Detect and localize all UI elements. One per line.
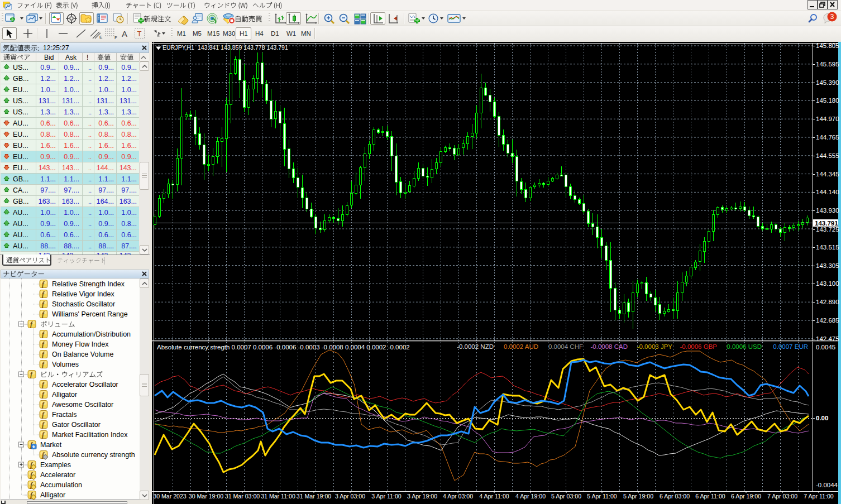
svg-text:0.8...: 0.8...	[98, 131, 114, 138]
svg-text:..: ..	[88, 165, 92, 171]
svg-text:31 Mar 19:00: 31 Mar 19:00	[297, 493, 332, 500]
svg-text:1.2...: 1.2...	[64, 75, 79, 83]
svg-text:87....: 87....	[121, 242, 137, 250]
svg-text:0.6...: 0.6...	[64, 231, 79, 239]
svg-text:Volumes: Volumes	[52, 361, 79, 368]
svg-text:5 Apr 11:00: 5 Apr 11:00	[587, 493, 617, 500]
svg-text:1.0...: 1.0...	[40, 209, 56, 217]
svg-text:0.6...: 0.6...	[40, 119, 56, 127]
svg-text:131...: 131...	[97, 97, 114, 105]
svg-text:0.9...: 0.9...	[40, 220, 56, 228]
svg-text:0.00: 0.00	[816, 415, 828, 421]
svg-text:0.0045: 0.0045	[816, 344, 835, 351]
svg-text:Market: Market	[40, 441, 62, 449]
svg-text:..: ..	[88, 198, 92, 205]
svg-text:AU...: AU...	[13, 220, 28, 228]
svg-text:0.0006 USD: 0.0006 USD	[727, 343, 762, 350]
svg-text:1.1...: 1.1...	[98, 175, 114, 183]
svg-text:144.345: 144.345	[816, 171, 839, 177]
svg-text:6 Apr 19:00: 6 Apr 19:00	[731, 493, 761, 500]
svg-text:..: ..	[88, 209, 92, 216]
svg-text:AU...: AU...	[13, 209, 28, 217]
svg-text:..: ..	[88, 153, 92, 160]
svg-text:1.3...: 1.3...	[98, 108, 114, 116]
svg-text:Gator Oscillator: Gator Oscillator	[52, 421, 101, 429]
svg-text:-0.0006 GBP: -0.0006 GBP	[680, 343, 718, 350]
svg-text:AU...: AU...	[13, 242, 28, 250]
svg-text:143.791: 143.791	[815, 220, 838, 227]
svg-text:144.970: 144.970	[816, 116, 839, 122]
svg-text:1.2...: 1.2...	[40, 75, 56, 83]
svg-text:Absolute currency stregth 0.00: Absolute currency stregth 0.0007 0.0006 …	[157, 344, 410, 351]
svg-text:0.8...: 0.8...	[64, 131, 79, 138]
svg-text:88....: 88....	[98, 242, 114, 250]
svg-text:30 Mar 2023: 30 Mar 2023	[153, 493, 187, 500]
svg-text:-0.0008 CAD: -0.0008 CAD	[591, 343, 628, 350]
svg-text:143.305: 143.305	[816, 262, 839, 269]
svg-text:EU...: EU...	[13, 131, 28, 138]
svg-text:On Balance Volume: On Balance Volume	[52, 351, 114, 358]
svg-text:1.0...: 1.0...	[64, 86, 79, 94]
svg-text:7 Apr 03:00: 7 Apr 03:00	[767, 493, 797, 500]
svg-text:0.6...: 0.6...	[98, 231, 114, 239]
svg-text:145.805: 145.805	[816, 42, 839, 49]
svg-text:..: ..	[88, 131, 92, 138]
svg-text:3 Apr 19:00: 3 Apr 19:00	[407, 493, 437, 500]
svg-text:1.0...: 1.0...	[98, 86, 114, 94]
svg-text:GB...: GB...	[13, 198, 28, 205]
svg-text:4 Apr 11:00: 4 Apr 11:00	[479, 493, 509, 500]
svg-text:131...: 131...	[120, 97, 137, 105]
svg-text:..: ..	[88, 64, 92, 71]
svg-text:3: 3	[830, 13, 834, 21]
svg-text:143...: 143...	[120, 164, 137, 172]
svg-text:1.0...: 1.0...	[40, 86, 56, 94]
svg-text:97....: 97....	[64, 186, 79, 194]
svg-text:6 Apr 03:00: 6 Apr 03:00	[660, 493, 690, 500]
svg-text:1.6...: 1.6...	[121, 142, 137, 150]
svg-text:1.2...: 1.2...	[121, 75, 137, 83]
svg-text:..: ..	[88, 220, 92, 227]
svg-text:0.9...: 0.9...	[121, 153, 137, 161]
svg-text:144.765: 144.765	[816, 134, 839, 141]
svg-text:..: ..	[88, 176, 92, 183]
svg-text:Market Facilitation Index: Market Facilitation Index	[52, 431, 128, 439]
svg-text:0.9...: 0.9...	[40, 153, 56, 161]
svg-text:..: ..	[88, 87, 92, 93]
svg-text:131...: 131...	[62, 97, 79, 105]
svg-text:144.140: 144.140	[816, 189, 839, 195]
svg-text:US...: US...	[13, 97, 28, 105]
svg-text:EU...: EU...	[13, 164, 28, 172]
svg-text:142.685: 142.685	[816, 317, 839, 324]
svg-text:..: ..	[88, 98, 92, 104]
svg-text:4 Apr 03:00: 4 Apr 03:00	[443, 493, 473, 500]
svg-text:144...: 144...	[97, 164, 114, 172]
svg-text:Relative Vigor Index: Relative Vigor Index	[52, 290, 114, 298]
svg-text:7 Apr 11:00: 7 Apr 11:00	[804, 493, 834, 500]
svg-text:Absolute currency strength: Absolute currency strength	[52, 451, 135, 459]
svg-text:0.0002 AUD: 0.0002 AUD	[504, 343, 538, 350]
svg-text:1.6...: 1.6...	[98, 142, 114, 150]
svg-text:163...: 163...	[120, 198, 137, 205]
svg-text:30 Mar 19:00: 30 Mar 19:00	[189, 493, 224, 500]
svg-text:163...: 163...	[62, 198, 79, 205]
svg-text:97....: 97....	[40, 186, 56, 194]
svg-text:Accumulation: Accumulation	[40, 481, 82, 489]
svg-text:F: F	[114, 35, 117, 40]
svg-text:Stochastic Oscillator: Stochastic Oscillator	[52, 300, 115, 308]
svg-text:-0.0044: -0.0044	[816, 482, 838, 488]
svg-text:0.8...: 0.8...	[121, 131, 137, 138]
svg-text:E: E	[99, 35, 102, 40]
svg-text:..: ..	[88, 120, 92, 127]
svg-text:AU...: AU...	[13, 119, 28, 127]
svg-text:..: ..	[88, 109, 92, 116]
svg-text:1.2...: 1.2...	[98, 75, 114, 83]
svg-text:1.3...: 1.3...	[40, 108, 56, 116]
svg-text:0.8...: 0.8...	[121, 220, 137, 228]
svg-text:31 Mar 03:00: 31 Mar 03:00	[225, 493, 260, 500]
svg-text:US...: US...	[13, 108, 28, 116]
svg-text:145.390: 145.390	[816, 79, 839, 86]
svg-text:0.6...: 0.6...	[121, 231, 137, 239]
svg-text:0.0004 CHF: 0.0004 CHF	[548, 343, 583, 350]
svg-text:0.6...: 0.6...	[64, 119, 79, 127]
svg-text:Examples: Examples	[40, 461, 71, 469]
